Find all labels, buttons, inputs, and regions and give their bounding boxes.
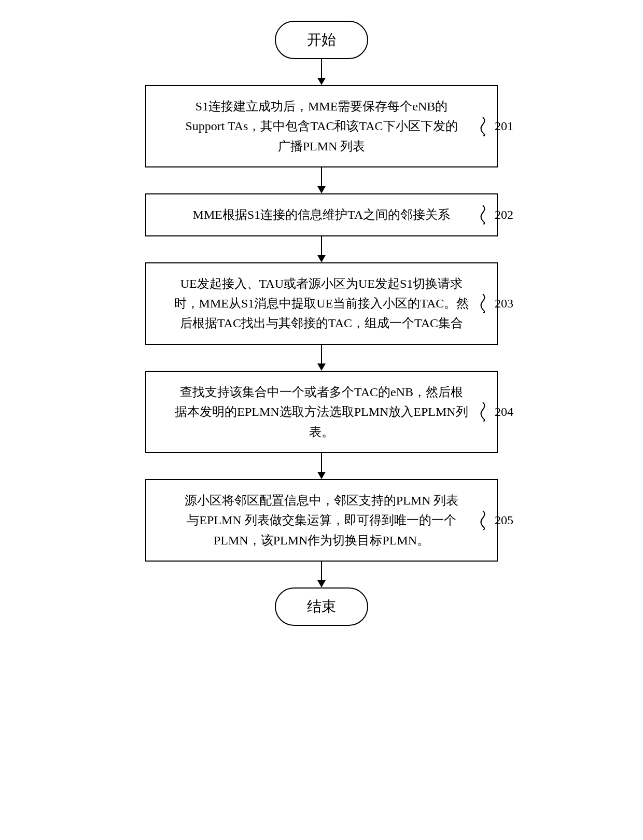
arrowhead [317,255,326,262]
wavy-icon-203 [475,293,491,314]
arrowhead [317,78,326,85]
step-201-text: S1连接建立成功后，MME需要保存每个eNB的Support TAs，其中包含T… [185,100,457,153]
arrow-1 [317,59,326,85]
arrow-line [321,453,322,472]
arrowhead [317,363,326,371]
step-201-box: S1连接建立成功后，MME需要保存每个eNB的Support TAs，其中包含T… [145,85,498,167]
wavy-icon-205 [475,510,491,530]
step-205-number: 205 [475,510,513,530]
arrow-line [321,59,322,78]
arrow-line [321,236,322,255]
wavy-icon-204 [475,401,491,422]
step-203-text: UE发起接入、TAU或者源小区为UE发起S1切换请求时，MME从S1消息中提取U… [174,277,469,330]
step-204-text: 查找支持该集合中一个或者多个TAC的eNB，然后根据本发明的EPLMN选取方法选… [175,385,468,439]
step-204-container: 查找支持该集合中一个或者多个TAC的eNB，然后根据本发明的EPLMN选取方法选… [88,371,555,453]
arrow-4 [317,345,326,371]
step-203-container: UE发起接入、TAU或者源小区为UE发起S1切换请求时，MME从S1消息中提取U… [88,262,555,345]
end-shape: 结束 [275,587,368,626]
end-label: 结束 [307,598,336,614]
step-204-number: 204 [475,401,513,422]
arrowhead [317,580,326,587]
step-201-container: S1连接建立成功后，MME需要保存每个eNB的Support TAs，其中包含T… [88,85,555,167]
step-202-number: 202 [475,204,513,225]
step-201-number: 201 [475,116,513,137]
start-label: 开始 [307,32,336,48]
arrow-line [321,167,322,186]
step-205-text: 源小区将邻区配置信息中，邻区支持的PLMN 列表与EPLMN 列表做交集运算，即… [185,494,459,547]
step-205-box: 源小区将邻区配置信息中，邻区支持的PLMN 列表与EPLMN 列表做交集运算，即… [145,479,498,562]
step-203-box: UE发起接入、TAU或者源小区为UE发起S1切换请求时，MME从S1消息中提取U… [145,262,498,345]
wavy-icon-201 [475,116,491,137]
arrow-5 [317,453,326,479]
arrow-line [321,345,322,363]
step-203-number: 203 [475,293,513,314]
start-container: 开始 [88,21,555,59]
step-202-container: MME根据S1连接的信息维护TA之间的邻接关系 202 [88,193,555,236]
step-205-container: 源小区将邻区配置信息中，邻区支持的PLMN 列表与EPLMN 列表做交集运算，即… [88,479,555,562]
arrow-2 [317,167,326,193]
step-202-text: MME根据S1连接的信息维护TA之间的邻接关系 [193,208,451,221]
arrowhead [317,186,326,193]
arrow-3 [317,236,326,262]
end-container: 结束 [88,587,555,626]
step-204-box: 查找支持该集合中一个或者多个TAC的eNB，然后根据本发明的EPLMN选取方法选… [145,371,498,453]
arrow-line [321,562,322,580]
start-shape: 开始 [275,21,368,59]
arrowhead [317,472,326,479]
wavy-icon-202 [475,204,491,225]
step-202-box: MME根据S1连接的信息维护TA之间的邻接关系 [145,193,498,236]
arrow-6 [317,562,326,587]
flowchart: 开始 S1连接建立成功后，MME需要保存每个eNB的Support TAs，其中… [88,21,555,626]
